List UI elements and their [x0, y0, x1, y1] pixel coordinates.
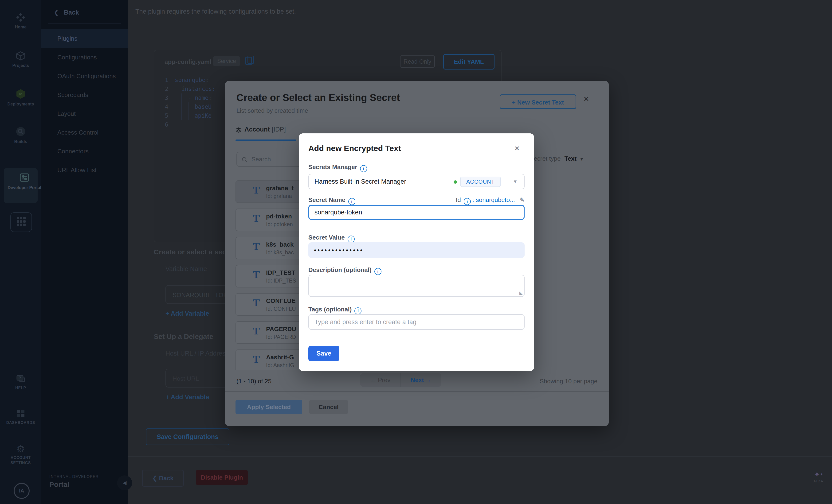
- search-placeholder: Search: [252, 156, 271, 163]
- line-number: 1: [154, 76, 168, 85]
- new-secret-text-button[interactable]: + New Secret Text: [500, 94, 576, 109]
- rail-label: Deployments: [0, 102, 42, 107]
- sidebar-collapse-handle[interactable]: ◀: [117, 475, 132, 491]
- code-text: instances:: [181, 86, 215, 92]
- info-icon[interactable]: i: [360, 165, 367, 172]
- rail-item-builds[interactable]: Builds: [0, 126, 42, 144]
- chevron-down-icon: ▼: [513, 174, 518, 189]
- per-page-label: Showing 10 per page: [540, 377, 597, 385]
- copy-icon[interactable]: [245, 57, 252, 65]
- select-secret-subtitle: List sorted by created time: [236, 107, 308, 114]
- read-only-badge: Read Only: [400, 55, 435, 67]
- add-variable-link-2[interactable]: + Add Variable: [165, 394, 209, 401]
- edit-pencil-icon[interactable]: ✎: [519, 196, 525, 203]
- menu-item-label: Scorecards: [57, 91, 88, 99]
- indent-guides: [175, 103, 194, 111]
- edit-yaml-button[interactable]: Edit YAML: [443, 54, 494, 69]
- save-button[interactable]: Save: [308, 346, 339, 361]
- back-label: Back: [64, 9, 79, 16]
- rail-label: ACCOUNT SETTINGS: [5, 455, 36, 466]
- secret-id: Id: grafana_: [266, 193, 295, 199]
- close-icon[interactable]: ✕: [583, 95, 589, 103]
- tags-input[interactable]: Type and press enter to create a tag: [308, 314, 525, 330]
- rail-item-dashboards[interactable]: DASHBOARDS: [0, 409, 42, 425]
- sidebar-menu-item[interactable]: Connectors: [42, 142, 128, 161]
- svg-text:∞: ∞: [19, 91, 22, 97]
- secret-name: IDP_TEST: [266, 269, 295, 276]
- brand-line1: INTERNAL DEVELOPER: [49, 474, 99, 479]
- secret-name: k8s_back: [266, 241, 293, 248]
- info-icon[interactable]: i: [348, 198, 355, 205]
- aida-widget[interactable]: ✦✦ AIDA: [813, 471, 824, 483]
- disable-plugin-button[interactable]: Disable Plugin: [196, 470, 248, 485]
- resize-handle[interactable]: ◢: [519, 290, 523, 296]
- add-variable-link[interactable]: + Add Variable: [165, 310, 209, 317]
- description-textarea[interactable]: ◢: [308, 275, 525, 297]
- secret-value-input[interactable]: ••••••••••••••: [308, 242, 525, 258]
- sidebar-menu-item[interactable]: OAuth Configurations: [42, 67, 128, 85]
- apply-selected-button[interactable]: Apply Selected: [235, 400, 302, 414]
- sidebar-menu-item[interactable]: Plugins: [42, 29, 128, 48]
- code-text: sonarqube:: [175, 77, 209, 83]
- sidebar-menu-item[interactable]: URL Allow List: [42, 161, 128, 179]
- indent-guides: [175, 85, 181, 93]
- secret-name: Aashrit-G: [266, 354, 294, 361]
- id-label: Id: [456, 196, 461, 203]
- sidebar-menu-item[interactable]: Access Control: [42, 123, 128, 142]
- sidebar-back-button[interactable]: ❮Back: [54, 8, 79, 16]
- secret-value-label: Secret Valuei: [308, 234, 355, 243]
- secret-id: Id: k8s_bac: [266, 249, 294, 256]
- secret-id: Id: CONFLU: [266, 306, 296, 312]
- footer-back-button[interactable]: ❮ Back: [142, 470, 184, 486]
- rail-item-account-settings[interactable]: ⚙ ACCOUNT SETTINGS: [0, 443, 42, 466]
- secret-name: CONFLUE: [266, 297, 296, 305]
- sidebar-menu-item[interactable]: Scorecards: [42, 85, 128, 104]
- info-icon[interactable]: i: [374, 268, 382, 275]
- indent-guides: [175, 93, 188, 103]
- rail-item-help[interactable]: ? HELP: [0, 374, 42, 391]
- text-secret-icon: T: [253, 212, 260, 224]
- variable-name-label: Variable Name: [165, 265, 207, 273]
- text-secret-icon: T: [253, 184, 260, 196]
- secret-section-title: Create or select a secret: [154, 248, 235, 256]
- secret-name-input[interactable]: sonarqube-token: [308, 205, 525, 220]
- menu-item-label: Connectors: [57, 148, 88, 155]
- svg-text:?: ?: [19, 376, 21, 380]
- sidebar-menu: Plugins Configurations OAuth Configurati…: [42, 29, 128, 179]
- info-icon[interactable]: i: [355, 307, 362, 314]
- sidebar-menu-item[interactable]: Layout: [42, 104, 128, 123]
- status-dot: [453, 180, 457, 184]
- secret-id: Id: AashritG: [266, 362, 294, 368]
- label-text: Secrets Manager: [308, 164, 357, 170]
- text-secret-icon: T: [253, 353, 260, 365]
- secret-type-dropdown[interactable]: Secret typeText▼: [530, 155, 584, 162]
- secret-id: Id: PAGERD: [266, 334, 296, 340]
- secret-name: PAGERDU: [266, 326, 296, 333]
- rail-item-projects[interactable]: Projects: [0, 51, 42, 68]
- secret-name-label: Secret Namei: [308, 196, 355, 205]
- close-icon[interactable]: ✕: [514, 145, 520, 152]
- secrets-manager-select[interactable]: Harness Built-in Secret Manager ACCOUNT …: [308, 174, 525, 189]
- rail-item-deployments[interactable]: ∞ Deployments: [0, 88, 42, 107]
- secrets-manager-label: Secrets Manageri: [308, 164, 367, 172]
- collapse-arrow-icon: ◀: [123, 480, 127, 486]
- sidebar-menu-item[interactable]: Configurations: [42, 48, 128, 67]
- rail-item-home[interactable]: Home: [0, 12, 42, 30]
- rail-label: Developer Portal: [4, 185, 45, 190]
- home-icon: [16, 12, 26, 23]
- info-icon[interactable]: i: [347, 235, 355, 243]
- next-page-button[interactable]: Next →: [401, 373, 441, 387]
- select-secret-title: Create or Select an Existing Secret: [236, 92, 400, 103]
- prev-page-button[interactable]: ← Prev: [360, 373, 401, 387]
- user-avatar[interactable]: IA: [14, 483, 30, 499]
- id-value-link[interactable]: : sonarqubeto...: [472, 196, 515, 203]
- cancel-button[interactable]: Cancel: [309, 400, 348, 414]
- label-text: Secret Name: [308, 196, 345, 203]
- text-secret-icon: T: [253, 325, 260, 337]
- tab-account-idp[interactable]: Account[IDP]: [235, 126, 286, 133]
- rail-item-apps[interactable]: [10, 212, 32, 232]
- tags-label: Tags (optional)i: [308, 306, 362, 314]
- info-icon[interactable]: i: [464, 198, 471, 205]
- rail-item-developer-portal[interactable]: Developer Portal: [4, 168, 37, 203]
- save-configurations-button[interactable]: Save Configurations: [146, 428, 229, 445]
